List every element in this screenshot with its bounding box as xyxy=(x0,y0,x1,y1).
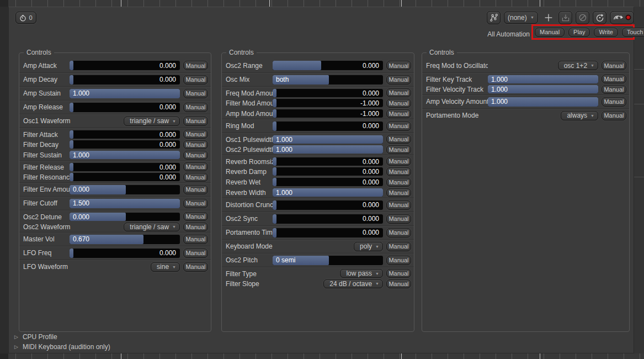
amp-release-manual-button[interactable]: Manual xyxy=(183,103,208,112)
slider-fill xyxy=(273,109,276,118)
slider-fill xyxy=(273,200,276,210)
filter-resonance-slider[interactable]: 0.000 xyxy=(70,173,180,181)
ring-mod-manual-button[interactable]: Manual xyxy=(386,122,411,131)
osc2-detune-slider[interactable]: 0.000 xyxy=(70,213,180,221)
osc2-pulsewidth-slider[interactable]: 1.000 xyxy=(273,145,383,154)
reverb-wet-manual-button[interactable]: Manual xyxy=(386,178,411,187)
lfo-freq-manual-button[interactable]: Manual xyxy=(183,249,208,258)
portamento-time-manual-button[interactable]: Manual xyxy=(386,228,411,237)
automation-mode-manual-button[interactable]: Manual xyxy=(535,28,565,37)
amp-sustain-slider[interactable]: 1.000 xyxy=(70,89,180,98)
portamento-mode-manual-button[interactable]: Manual xyxy=(602,111,626,120)
amp-decay-slider[interactable]: 0.000 xyxy=(70,75,180,85)
osc-mix-slider[interactable]: both xyxy=(273,75,383,85)
filter-type-dropdown[interactable]: low pass▼ xyxy=(340,269,383,278)
filter-velocity-track-manual-button[interactable]: Manual xyxy=(602,85,626,94)
automation-mode-touch-button[interactable]: Touch xyxy=(622,28,644,37)
filter-type-manual-button[interactable]: Manual xyxy=(386,269,411,278)
filter-cutoff-manual-button[interactable]: Manual xyxy=(183,199,208,208)
amp-sustain-manual-button[interactable]: Manual xyxy=(183,89,208,98)
preset-dropdown[interactable]: (none) ▼ xyxy=(504,12,538,24)
lfo-waveform-dropdown[interactable]: sine▼ xyxy=(151,262,180,272)
amp-release-slider[interactable]: 0.000 xyxy=(70,103,180,112)
save-preset-icon[interactable] xyxy=(558,11,572,24)
expander-cpu-profile[interactable]: ▷ CPU Profile xyxy=(14,333,57,341)
filter-resonance-manual-button[interactable]: Manual xyxy=(183,173,208,182)
filter-velocity-track-slider[interactable]: 1.000 xyxy=(488,85,598,93)
slider-value: 1.500 xyxy=(73,199,89,207)
control-row-filter-cutoff: Filter Cutoff1.500Manual xyxy=(19,196,211,210)
amp-decay-manual-button[interactable]: Manual xyxy=(183,75,208,85)
filter-decay-slider[interactable]: 0.000 xyxy=(70,140,180,149)
distortion-crunch-manual-button[interactable]: Manual xyxy=(386,200,411,210)
amp-velocity-amount-slider[interactable]: 1.000 xyxy=(488,97,598,107)
distortion-crunch-slider[interactable]: 0.000 xyxy=(273,200,383,210)
add-preset-button[interactable] xyxy=(541,11,555,24)
osc2-pitch-manual-button[interactable]: Manual xyxy=(386,256,411,265)
master-vol-manual-button[interactable]: Manual xyxy=(183,235,208,244)
filter-release-manual-button[interactable]: Manual xyxy=(183,162,208,171)
osc2-waveform-dropdown[interactable]: triangle / saw▼ xyxy=(124,223,180,231)
freq-mod-amount-manual-button[interactable]: Manual xyxy=(386,88,411,97)
filter-mod-amount-slider[interactable]: -1.000 xyxy=(273,99,383,107)
amp-mod-amount-slider[interactable]: -1.000 xyxy=(273,109,383,118)
freq-mod-to-oscillator-manual-button[interactable]: Manual xyxy=(602,61,626,70)
bypass-button[interactable] xyxy=(610,11,634,24)
reverb-wet-slider[interactable]: 0.000 xyxy=(273,178,383,186)
reverb-damp-slider[interactable]: 0.000 xyxy=(273,167,383,176)
amp-mod-amount-manual-button[interactable]: Manual xyxy=(386,109,411,118)
filter-release-slider[interactable]: 0.000 xyxy=(70,163,180,171)
timer-button[interactable]: 0 xyxy=(15,12,36,24)
osc1-pulsewidth-manual-button[interactable]: Manual xyxy=(386,135,411,144)
filter-env-amount-manual-button[interactable]: Manual xyxy=(183,185,208,194)
osc2-range-manual-button[interactable]: Manual xyxy=(386,61,411,70)
filter-key-track-slider[interactable]: 1.000 xyxy=(488,75,598,83)
amp-attack-slider[interactable]: 0.000 xyxy=(70,61,180,70)
keyboard-mode-dropdown[interactable]: poly▼ xyxy=(354,242,383,251)
osc2-pulsewidth-manual-button[interactable]: Manual xyxy=(386,145,411,154)
osc1-waveform-dropdown[interactable]: triangle / saw▼ xyxy=(124,117,180,126)
ring-mod-slider[interactable]: 0.000 xyxy=(273,122,383,131)
osc1-pulsewidth-slider[interactable]: 1.000 xyxy=(273,135,383,144)
lfo-freq-slider[interactable]: 0.000 xyxy=(70,249,180,258)
lfo-waveform-manual-button[interactable]: Manual xyxy=(183,262,208,272)
automation-mode-write-button[interactable]: Write xyxy=(594,28,618,37)
keyboard-mode-manual-button[interactable]: Manual xyxy=(386,242,411,251)
osc2-sync-slider[interactable]: 0.000 xyxy=(273,214,383,224)
freq-mod-amount-slider[interactable]: 0.000 xyxy=(273,89,383,97)
delete-preset-ban-icon[interactable] xyxy=(576,11,589,24)
expander-midi-keyboard[interactable]: ▷ MIDI Keyboard (audition only) xyxy=(14,343,110,351)
reverb-width-manual-button[interactable]: Manual xyxy=(386,188,411,197)
portamento-time-slider[interactable]: 0.000 xyxy=(273,228,383,237)
amp-attack-manual-button[interactable]: Manual xyxy=(183,61,208,70)
osc2-range-slider[interactable]: 0.000 xyxy=(273,61,383,70)
filter-slope-dropdown[interactable]: 24 dB / octave▼ xyxy=(323,279,383,288)
filter-sustain-manual-button[interactable]: Manual xyxy=(183,151,208,160)
automation-mode-play-button[interactable]: Play xyxy=(568,28,590,37)
osc2-detune-manual-button[interactable]: Manual xyxy=(183,212,208,221)
filter-key-track-manual-button[interactable]: Manual xyxy=(602,75,626,83)
filter-sustain-slider[interactable]: 1.000 xyxy=(70,151,180,159)
portamento-mode-dropdown[interactable]: always▼ xyxy=(561,111,598,120)
filter-attack-manual-button[interactable]: Manual xyxy=(183,130,208,139)
osc2-waveform-manual-button[interactable]: Manual xyxy=(183,223,208,231)
osc1-waveform-manual-button[interactable]: Manual xyxy=(183,117,208,126)
filter-decay-manual-button[interactable]: Manual xyxy=(183,140,208,149)
osc-mix-manual-button[interactable]: Manual xyxy=(386,75,411,85)
reverb-roomsize-manual-button[interactable]: Manual xyxy=(386,157,411,166)
osc2-sync-manual-button[interactable]: Manual xyxy=(386,214,411,224)
reset-controls-icon[interactable] xyxy=(593,11,606,24)
filter-env-amount-slider[interactable]: 0.000 xyxy=(70,185,180,194)
master-vol-slider[interactable]: 0.670 xyxy=(70,235,180,244)
reverb-damp-manual-button[interactable]: Manual xyxy=(386,167,411,176)
filter-mod-amount-manual-button[interactable]: Manual xyxy=(386,99,411,108)
freq-mod-to-oscillator-dropdown[interactable]: osc 1+2▼ xyxy=(558,61,598,70)
osc2-pitch-slider[interactable]: 0 semi xyxy=(273,256,383,265)
filter-slope-manual-button[interactable]: Manual xyxy=(386,279,411,288)
reverb-roomsize-slider[interactable]: 0.000 xyxy=(273,157,383,166)
filter-attack-slider[interactable]: 0.000 xyxy=(70,130,180,139)
reverb-width-slider[interactable]: 1.000 xyxy=(273,188,383,197)
automation-nodes-icon[interactable] xyxy=(487,11,501,24)
filter-cutoff-slider[interactable]: 1.500 xyxy=(70,199,180,208)
amp-velocity-amount-manual-button[interactable]: Manual xyxy=(602,97,626,107)
